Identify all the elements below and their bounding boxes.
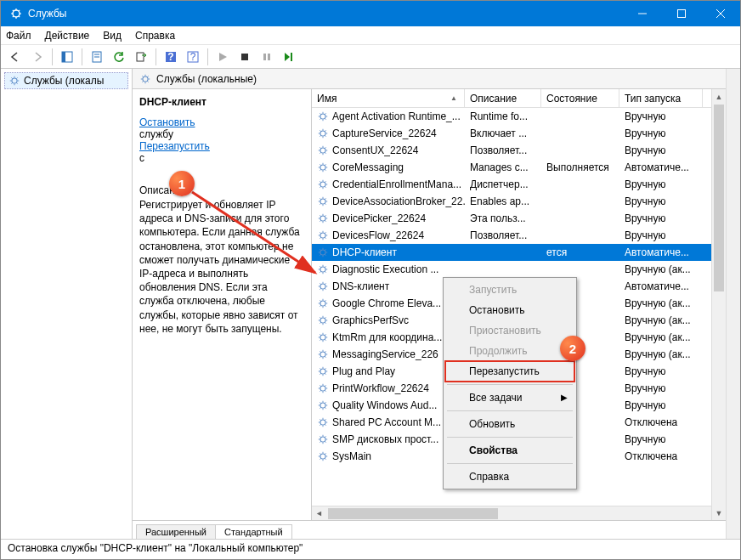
service-state: ется — [541, 246, 619, 258]
service-name: DevicesFlow_22624 — [312, 229, 465, 241]
svg-point-39 — [320, 420, 325, 425]
menu-help[interactable]: Справка — [445, 467, 574, 487]
service-row[interactable]: Diagnostic Execution ...Вручную (ак... — [312, 261, 726, 278]
service-start: Отключена — [619, 416, 703, 428]
service-row[interactable]: CaptureService_22624Включает ...Вручную — [312, 125, 726, 142]
service-name: Agent Activation Runtime_... — [312, 110, 465, 122]
restart-service-button[interactable] — [280, 48, 298, 66]
service-start: Вручную — [619, 212, 703, 224]
service-row[interactable]: DeviceAssociationBroker_22...Enables ap.… — [312, 193, 726, 210]
service-name: DHCP-клиент — [312, 246, 465, 258]
status-bar: Остановка службы "DHCP-клиент" на "Локал… — [1, 539, 740, 557]
col-state[interactable]: Состояние — [541, 89, 619, 107]
menu-help[interactable]: Справка — [135, 30, 175, 42]
close-button[interactable] — [701, 1, 740, 26]
window-title: Службы — [28, 8, 66, 20]
service-row[interactable]: DHCP-клиентетсяАвтоматиче... — [312, 244, 726, 261]
main-header: Службы (локальные) — [133, 69, 726, 89]
service-start: Автоматиче... — [619, 246, 703, 258]
help-button[interactable]: ? — [161, 48, 180, 66]
service-start: Вручную (ак... — [619, 263, 703, 275]
service-start: Автоматиче... — [619, 161, 703, 173]
svg-text:?: ? — [190, 51, 196, 63]
horizontal-scrollbar[interactable]: ◄► — [312, 506, 726, 520]
properties-button[interactable] — [88, 48, 106, 66]
service-name: CredentialEnrollmentMana... — [312, 178, 465, 190]
svg-rect-10 — [137, 53, 144, 61]
service-name: Google Chrome Eleva... — [312, 297, 465, 309]
service-start: Вручную — [619, 110, 703, 122]
col-name[interactable]: Имя▲ — [312, 89, 465, 107]
service-row[interactable]: CoreMessagingManages c...ВыполняетсяАвто… — [312, 159, 726, 176]
svg-point-33 — [320, 318, 325, 323]
toolbar-separator — [52, 48, 53, 65]
detail-title: DHCP-клиент — [139, 96, 304, 108]
service-start: Вручную — [619, 127, 703, 139]
service-row[interactable]: ConsentUX_22624Позволяет...Вручную — [312, 142, 726, 159]
refresh-button[interactable] — [110, 48, 128, 66]
svg-point-40 — [320, 437, 325, 442]
toolbar-separator — [156, 48, 156, 65]
menu-action[interactable]: Действие — [45, 30, 90, 42]
menu-restart[interactable]: Перезапустить — [445, 361, 574, 382]
menu-all-tasks[interactable]: Все задачи▶ — [445, 387, 574, 408]
description-label: Описание: — [139, 184, 304, 196]
service-start: Отключена — [619, 450, 703, 462]
menu-separator — [447, 437, 573, 438]
back-button[interactable] — [6, 48, 25, 66]
svg-point-38 — [320, 403, 325, 408]
stop-service-link[interactable]: Остановить — [139, 116, 304, 128]
help-topic-button[interactable]: ? — [184, 48, 202, 66]
service-row[interactable]: DevicePicker_22624Эта польз...Вручную — [312, 210, 726, 227]
forward-button[interactable] — [28, 48, 47, 66]
service-desc: Позволяет... — [465, 144, 541, 156]
service-name: DeviceAssociationBroker_22... — [312, 195, 465, 207]
title-bar: Службы — [1, 1, 740, 26]
svg-point-37 — [320, 386, 325, 391]
column-headers: Имя▲ Описание Состояние Тип запуска — [312, 89, 726, 108]
service-name: DNS-клиент — [312, 280, 465, 292]
service-desc: Позволяет... — [465, 229, 541, 241]
menu-properties[interactable]: Свойства — [445, 440, 574, 461]
menu-continue: Продолжить — [445, 341, 574, 361]
service-row[interactable]: DevicesFlow_22624Позволяет...Вручную — [312, 227, 726, 244]
stop-service-button[interactable] — [235, 48, 254, 66]
svg-point-29 — [320, 250, 325, 255]
menu-bar: Файл Действие Вид Справка — [1, 26, 740, 45]
svg-rect-2 — [678, 10, 686, 18]
description-text: Регистрирует и обновляет IP адреса и DNS… — [139, 198, 304, 336]
pause-service-button[interactable] — [257, 48, 276, 66]
svg-point-20 — [143, 76, 148, 81]
svg-text:?: ? — [167, 51, 173, 63]
start-service-button[interactable] — [213, 48, 232, 66]
maximize-button[interactable] — [662, 1, 701, 26]
show-hide-tree-button[interactable] — [58, 48, 76, 66]
menu-refresh[interactable]: Обновить — [445, 414, 574, 434]
tree-root-services[interactable]: Службы (локалы — [4, 72, 128, 89]
toolbar: ? ? — [1, 45, 740, 69]
svg-point-23 — [320, 148, 325, 153]
tab-standard[interactable]: Стандартный — [215, 524, 292, 539]
service-desc: Эта польз... — [465, 212, 541, 224]
col-desc[interactable]: Описание — [465, 89, 541, 107]
svg-point-35 — [320, 352, 325, 357]
service-name: Plug and Play — [312, 365, 465, 377]
tab-extended[interactable]: Расширенный — [136, 524, 216, 539]
menu-file[interactable]: Файл — [6, 30, 31, 42]
service-name: CaptureService_22624 — [312, 127, 465, 139]
view-tabs: Расширенный Стандартный — [133, 520, 726, 539]
export-button[interactable] — [132, 48, 150, 66]
service-name: DevicePicker_22624 — [312, 212, 465, 224]
minimize-button[interactable] — [623, 1, 662, 26]
service-start: Вручную — [619, 433, 703, 445]
vertical-scrollbar[interactable]: ▲ ▼ — [711, 89, 726, 520]
restart-service-link[interactable]: Перезапустить — [139, 140, 304, 152]
service-row[interactable]: CredentialEnrollmentMana...Диспетчер...В… — [312, 176, 726, 193]
menu-stop[interactable]: Остановить — [445, 300, 574, 320]
service-start: Вручную — [619, 178, 703, 190]
service-row[interactable]: Agent Activation Runtime_...Runtime fo..… — [312, 108, 726, 125]
menu-view[interactable]: Вид — [103, 30, 122, 42]
col-start[interactable]: Тип запуска — [619, 89, 703, 107]
services-icon — [9, 7, 23, 20]
svg-point-36 — [320, 369, 325, 374]
